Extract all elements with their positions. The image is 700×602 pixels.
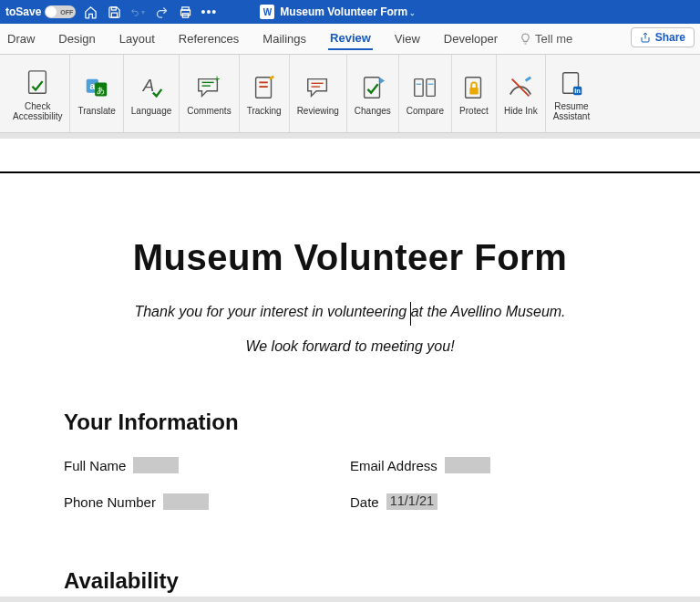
email-label: Email Address	[350, 458, 438, 473]
tell-me-label: Tell me	[535, 32, 572, 46]
info-form-grid: Full Name Email Address Phone Number Dat…	[64, 457, 636, 510]
intro-line-1: Thank you for your interest in volunteer…	[64, 304, 636, 320]
autosave-group: toSave OFF	[5, 5, 76, 18]
compare-icon	[410, 72, 439, 103]
protect-button[interactable]: Protect	[452, 55, 497, 132]
more-icon[interactable]: •••	[201, 5, 216, 19]
intro-line-2: We look forward to meeting you!	[64, 338, 636, 355]
svg-text:A: A	[142, 76, 155, 95]
document-title[interactable]: Museum Volunteer Form⌄	[280, 5, 416, 18]
document-page[interactable]: Museum Volunteer Form Thank you for your…	[0, 173, 700, 597]
field-phone: Phone Number	[64, 493, 350, 510]
page-top-margin	[0, 139, 700, 173]
field-date: Date 11/1/21	[350, 493, 636, 510]
date-label: Date	[350, 494, 379, 510]
tab-design[interactable]: Design	[57, 28, 97, 49]
changes-icon	[358, 72, 387, 103]
svg-rect-0	[111, 6, 116, 9]
full-name-input[interactable]	[133, 457, 179, 473]
svg-rect-22	[415, 79, 423, 97]
comments-icon: +	[194, 72, 223, 103]
changes-button[interactable]: Changes	[347, 55, 399, 132]
compare-label: Compare	[407, 106, 444, 117]
tab-draw[interactable]: Draw	[5, 28, 36, 49]
field-email: Email Address	[350, 457, 636, 473]
resume-assistant-button[interactable]: in Resume Assistant	[546, 55, 598, 132]
full-name-label: Full Name	[64, 458, 126, 473]
hide-ink-button[interactable]: Hide Ink	[497, 55, 546, 132]
reviewing-label: Reviewing	[297, 106, 339, 117]
svg-rect-23	[427, 79, 435, 97]
svg-rect-27	[469, 88, 478, 95]
word-app-icon: W	[260, 5, 274, 19]
svg-text:a: a	[90, 81, 96, 91]
accessibility-icon	[23, 67, 52, 99]
check-accessibility-button[interactable]: Check Accessibility	[5, 55, 70, 132]
share-label: Share	[655, 31, 685, 44]
hide-ink-label: Hide Ink	[504, 106, 538, 117]
print-icon[interactable]	[178, 5, 192, 19]
tracking-icon	[250, 72, 279, 103]
undo-icon[interactable]: ▾	[130, 5, 145, 19]
autosave-toggle[interactable]: OFF	[45, 5, 76, 18]
titlebar: toSave OFF ▾ ••• W Museum Volunteer Form…	[0, 0, 700, 24]
tell-me-search[interactable]: Tell me	[520, 32, 572, 46]
translate-button[interactable]: aあ Translate	[70, 55, 123, 132]
protect-label: Protect	[459, 106, 489, 117]
share-button[interactable]: Share	[631, 27, 695, 47]
document-title-text: Museum Volunteer Form	[280, 5, 407, 18]
reviewing-icon	[304, 72, 333, 103]
save-icon[interactable]	[107, 5, 121, 19]
comments-button[interactable]: + Comments	[180, 55, 239, 132]
svg-marker-21	[379, 78, 385, 85]
autosave-label: toSave	[5, 5, 41, 18]
share-icon	[640, 32, 651, 43]
accessibility-label: Check Accessibility	[13, 101, 62, 122]
section-availability: Availability	[64, 568, 636, 594]
phone-label: Phone Number	[64, 494, 156, 510]
changes-label: Changes	[355, 106, 391, 117]
lightbulb-icon	[520, 33, 531, 45]
svg-rect-1	[111, 13, 117, 17]
tracking-label: Tracking	[247, 106, 282, 117]
section-your-information: Your Information	[64, 410, 636, 435]
tab-layout[interactable]: Layout	[118, 28, 157, 49]
resume-icon: in	[557, 67, 586, 99]
email-input[interactable]	[445, 457, 490, 473]
tab-review[interactable]: Review	[328, 27, 373, 50]
tab-view[interactable]: View	[393, 28, 422, 49]
svg-rect-6	[29, 70, 46, 92]
svg-text:in: in	[574, 87, 581, 95]
ribbon: Check Accessibility aあ Translate A Langu…	[0, 55, 700, 133]
compare-button[interactable]: Compare	[399, 55, 452, 132]
protect-icon	[459, 72, 489, 103]
translate-label: Translate	[77, 106, 115, 117]
resume-label: Resume Assistant	[553, 101, 591, 122]
svg-text:+: +	[214, 74, 221, 84]
title-center: W Museum Volunteer Form⌄	[223, 5, 695, 19]
language-icon: A	[137, 72, 166, 103]
field-full-name: Full Name	[64, 457, 350, 473]
home-icon[interactable]	[83, 5, 98, 19]
redo-icon[interactable]	[154, 5, 169, 19]
autosave-toggle-text: OFF	[60, 9, 73, 16]
tab-mailings[interactable]: Mailings	[261, 28, 308, 49]
chevron-down-icon: ⌄	[409, 9, 416, 17]
ribbon-tabs: Draw Design Layout References Mailings R…	[0, 24, 700, 55]
phone-input[interactable]	[163, 493, 209, 510]
language-label: Language	[131, 106, 172, 117]
tracking-button[interactable]: Tracking	[240, 55, 290, 132]
svg-text:あ: あ	[97, 86, 105, 95]
translate-icon: aあ	[82, 72, 111, 103]
language-button[interactable]: A Language	[124, 55, 180, 132]
page-title: Museum Volunteer Form	[64, 237, 636, 278]
tab-developer[interactable]: Developer	[442, 28, 499, 49]
date-input[interactable]: 11/1/21	[386, 493, 438, 510]
reviewing-button[interactable]: Reviewing	[290, 55, 347, 132]
quick-access-toolbar: ▾ •••	[83, 5, 216, 19]
tab-references[interactable]: References	[177, 28, 241, 49]
comments-label: Comments	[187, 106, 231, 117]
document-area: Museum Volunteer Form Thank you for your…	[0, 133, 700, 602]
hide-ink-icon	[506, 72, 535, 103]
svg-rect-20	[364, 78, 379, 99]
